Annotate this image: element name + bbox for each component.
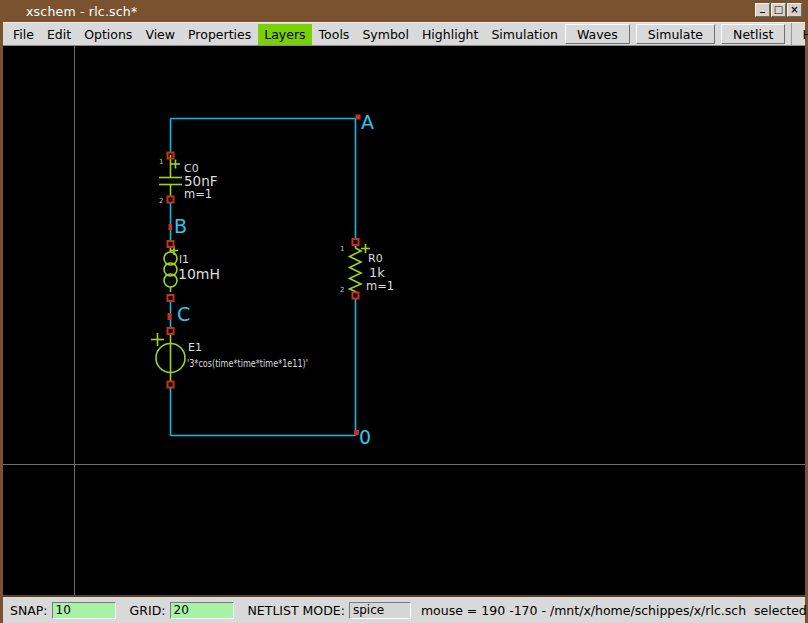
- pin-box: [168, 197, 174, 203]
- pin-number: 2: [159, 197, 163, 205]
- resistor-r0[interactable]: 1 2 R0 1k m=1: [340, 239, 394, 299]
- titlebar: xschem - rlc.sch* _ □ ×: [0, 0, 808, 22]
- pin-box: [168, 295, 174, 301]
- pin-number: 2: [340, 286, 344, 294]
- inductor-l1[interactable]: l1 10mH: [164, 241, 220, 301]
- vsource-e1[interactable]: E1 '3*cos(time*time*time*1e11)': [151, 328, 308, 388]
- net-label-a[interactable]: A: [361, 111, 374, 133]
- mouse-coordinates-info: mouse = 190 -170 - /mnt/x/home/schippes/…: [421, 603, 808, 618]
- pin-box: [168, 328, 174, 334]
- net-label-gnd[interactable]: 0: [359, 426, 371, 448]
- menu-items: File Edit Options View Properties Layers…: [3, 24, 565, 45]
- simulate-button[interactable]: Simulate: [636, 24, 715, 44]
- schematic-canvas[interactable]: 1 2 C0 50nF m=1: [3, 46, 805, 595]
- schematic-drawing: 1 2 C0 50nF m=1: [3, 46, 805, 595]
- menubar-actions: Waves Simulate Netlist Help: [565, 23, 808, 45]
- pin-number: 1: [159, 158, 163, 166]
- component-ref: E1: [188, 341, 202, 354]
- statusbar: SNAP: GRID: NETLIST MODE: mouse = 190 -1…: [3, 595, 805, 623]
- menu-help[interactable]: Help: [793, 24, 808, 45]
- window-controls: _ □ ×: [755, 3, 802, 17]
- net-label-c[interactable]: C: [177, 303, 190, 325]
- netlist-button[interactable]: Netlist: [721, 24, 785, 44]
- pin-box: [168, 382, 174, 388]
- netlist-mode-input[interactable]: [349, 602, 411, 619]
- component-value: 10mH: [178, 266, 220, 282]
- pin-box: [353, 239, 359, 245]
- grid-input[interactable]: [170, 602, 234, 619]
- grid-label: GRID:: [130, 603, 166, 618]
- component-mult: m=1: [184, 187, 212, 201]
- close-button[interactable]: ×: [787, 3, 802, 17]
- snap-label: SNAP:: [10, 603, 48, 618]
- menu-symbol[interactable]: Symbol: [356, 24, 415, 45]
- minimize-button[interactable]: _: [755, 3, 770, 17]
- menu-edit[interactable]: Edit: [41, 24, 77, 45]
- snap-input[interactable]: [52, 602, 116, 619]
- menu-layers[interactable]: Layers: [258, 24, 311, 45]
- window-title: xschem - rlc.sch*: [0, 4, 137, 19]
- xschem-window: xschem - rlc.sch* _ □ × File Edit Option…: [0, 0, 808, 623]
- component-ref: R0: [368, 252, 383, 265]
- menu-file[interactable]: File: [7, 24, 40, 45]
- waves-button[interactable]: Waves: [565, 24, 630, 44]
- menu-options[interactable]: Options: [78, 24, 138, 45]
- net-label-b[interactable]: B: [174, 215, 187, 237]
- component-value: '3*cos(time*time*time*1e11)': [187, 358, 308, 369]
- maximize-button[interactable]: □: [771, 3, 786, 17]
- menu-highlight[interactable]: Highlight: [416, 24, 484, 45]
- axis-lines: [3, 46, 805, 595]
- component-mult: m=1: [366, 279, 394, 293]
- pin-box: [168, 241, 174, 247]
- pin-box: [353, 293, 359, 299]
- help-separator: [791, 23, 792, 45]
- menu-view[interactable]: View: [139, 24, 181, 45]
- netlist-mode-label: NETLIST MODE:: [248, 603, 345, 618]
- pin-number: 1: [340, 245, 344, 253]
- menubar: File Edit Options View Properties Layers…: [3, 22, 805, 46]
- menu-tools[interactable]: Tools: [313, 24, 356, 45]
- menu-simulation[interactable]: Simulation: [485, 24, 564, 45]
- menu-properties[interactable]: Properties: [182, 24, 257, 45]
- capacitor-c0[interactable]: 1 2 C0 50nF m=1: [159, 153, 218, 206]
- component-value: 1k: [369, 265, 385, 280]
- component-ref: l1: [179, 253, 189, 266]
